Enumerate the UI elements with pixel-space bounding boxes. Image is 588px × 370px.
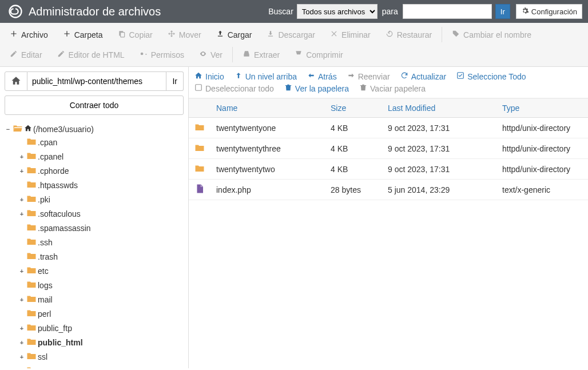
plus-icon (63, 30, 71, 39)
folder-icon (26, 208, 37, 220)
tree-item[interactable]: .htpasswds (18, 179, 184, 191)
permissions-button[interactable]: Permisos (132, 45, 192, 65)
edit-button[interactable]: Editar (2, 45, 50, 65)
expand-icon[interactable]: + (18, 339, 25, 346)
select-all-action[interactable]: Seleccione Todo (456, 71, 526, 81)
table-row[interactable]: twentytwentyone4 KB9 oct 2023, 17:31http… (189, 118, 588, 138)
collapse-icon[interactable]: − (5, 126, 11, 133)
move-button[interactable]: Mover (160, 25, 209, 45)
file-icon (194, 186, 205, 196)
tree-item[interactable]: tmp (18, 365, 184, 368)
tree-item[interactable]: +public_ftp (18, 322, 184, 334)
expand-icon[interactable]: + (18, 325, 25, 332)
tree-item[interactable]: logs (18, 279, 184, 291)
folder-icon (26, 179, 37, 191)
tree-item[interactable]: +.pki (18, 193, 184, 205)
delete-button[interactable]: Eliminar (323, 25, 378, 45)
tree-item-label: .spamassassin (38, 224, 91, 233)
arrow-right-icon (347, 71, 355, 81)
tree-item-label: .trash (38, 252, 58, 261)
tree-item[interactable]: +public_html (18, 336, 184, 348)
tree-root[interactable]: − (/home3/usuario) (5, 123, 184, 135)
tree-item-label: perl (38, 309, 51, 319)
tree-item[interactable]: +.cpanel (18, 150, 184, 162)
tree-item[interactable]: +ssl (18, 351, 184, 363)
for-label: para (382, 7, 398, 16)
search-input[interactable] (403, 4, 492, 19)
file-type: text/x-generic (496, 180, 588, 200)
tree-item[interactable]: .spamassassin (18, 222, 184, 234)
forward-action[interactable]: Reenviar (347, 71, 390, 81)
key-icon (140, 50, 148, 59)
reload-action[interactable]: Actualizar (400, 71, 446, 81)
tree-item[interactable]: +etc (18, 265, 184, 277)
expand-icon[interactable]: + (18, 168, 25, 174)
folder-icon (194, 166, 205, 175)
path-go-button[interactable]: Ir (166, 71, 184, 91)
search-scope-select[interactable]: Todos sus archivos (297, 4, 378, 19)
expand-icon[interactable]: + (18, 210, 25, 217)
copy-button[interactable]: Copiar (110, 25, 160, 45)
col-modified[interactable]: Last Modified (382, 99, 496, 118)
folder-icon (194, 125, 205, 134)
view-button[interactable]: Ver (192, 45, 230, 65)
tree-item[interactable]: .cpan (18, 136, 184, 148)
table-row[interactable]: index.php28 bytes5 jun 2014, 23:29text/x… (189, 180, 588, 200)
file-button[interactable]: Archivo (2, 25, 55, 45)
file-size: 4 KB (325, 159, 382, 180)
file-size: 4 KB (325, 138, 382, 159)
folder-icon (26, 308, 37, 320)
folder-icon (26, 193, 37, 205)
extract-button[interactable]: Extraer (235, 45, 287, 65)
upload-button[interactable]: Cargar (209, 25, 260, 45)
tree-item[interactable]: +.softaculous (18, 208, 184, 220)
settings-label: Configuración (531, 7, 577, 16)
html-editor-button[interactable]: Editor de HTML (50, 45, 132, 65)
up-level-action[interactable]: Un nivel arriba (235, 71, 297, 81)
path-row: Ir (0, 67, 188, 96)
home-action[interactable]: Inicio (194, 71, 224, 81)
empty-trash-action[interactable]: Vaciar papelera (359, 83, 426, 93)
gear-icon (521, 7, 529, 17)
deselect-all-action[interactable]: Deseleccionar todo (194, 83, 274, 93)
tree-item[interactable]: +mail (18, 293, 184, 305)
settings-button[interactable]: Configuración (516, 4, 582, 19)
tree-item[interactable]: .ssh (18, 236, 184, 248)
tree-item[interactable]: perl (18, 308, 184, 320)
compress-button[interactable]: Comprimir (287, 45, 351, 65)
file-type: httpd/unix-directory (496, 159, 588, 180)
expand-icon[interactable]: + (18, 153, 25, 160)
restore-button[interactable]: Restaurar (378, 25, 439, 45)
undo-icon (386, 30, 394, 39)
expand-icon[interactable]: + (18, 196, 25, 203)
download-icon (267, 30, 275, 39)
folder-tree: − (/home3/usuario) .cpan+.cpanel+.cphord… (0, 120, 188, 368)
expand-icon[interactable]: + (18, 353, 25, 360)
table-row[interactable]: twentytwentythree4 KB9 oct 2023, 17:31ht… (189, 138, 588, 159)
search-go-button[interactable]: Ir (495, 4, 510, 19)
download-button[interactable]: Descargar (259, 25, 323, 45)
collapse-all-button[interactable]: Contraer todo (5, 96, 184, 115)
col-size[interactable]: Size (325, 99, 382, 118)
expand-icon[interactable]: + (18, 268, 25, 274)
view-trash-action[interactable]: Ver la papelera (284, 83, 349, 93)
path-input[interactable] (27, 71, 166, 91)
col-name[interactable]: Name (210, 99, 325, 118)
back-action[interactable]: Atrás (307, 71, 337, 81)
tree-item[interactable]: +.cphorde (18, 165, 184, 177)
tree-item[interactable]: .trash (18, 250, 184, 262)
file-table: Name Size Last Modified Type twentytwent… (189, 98, 588, 200)
tree-item-label: .ssh (38, 238, 53, 247)
rename-button[interactable]: Cambiar el nombre (444, 25, 539, 45)
tree-item-label: logs (38, 281, 53, 290)
tree-item-label: .cpanel (38, 152, 63, 161)
folder-button[interactable]: Carpeta (55, 25, 110, 45)
col-type[interactable]: Type (496, 99, 588, 118)
trash-icon (359, 83, 367, 93)
refresh-icon (400, 71, 408, 81)
eye-icon (199, 50, 207, 59)
expand-icon[interactable]: + (18, 296, 25, 303)
home-button[interactable] (5, 71, 27, 91)
file-modified: 9 oct 2023, 17:31 (382, 118, 496, 138)
table-row[interactable]: twentytwentytwo4 KB9 oct 2023, 17:31http… (189, 159, 588, 180)
